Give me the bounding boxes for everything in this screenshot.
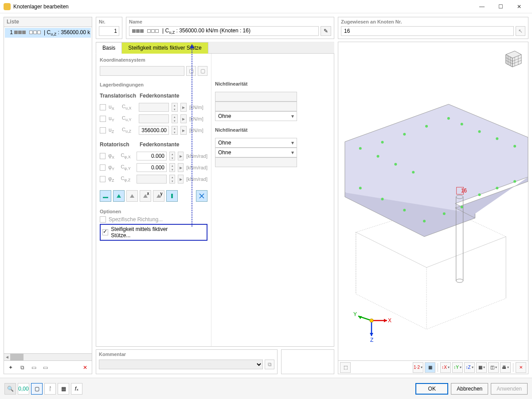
tool-button-2[interactable]: ▭ [40,363,50,372]
preset-icon-5[interactable]: y [153,190,164,202]
svg-point-25 [478,130,481,133]
vp-btn-reset[interactable]: ✕ [516,362,526,373]
node-number-label: 16 [461,188,467,194]
value-menu-button[interactable]: ▸ [178,163,184,172]
preset-icon-4[interactable]: x [140,190,151,202]
number-input[interactable] [99,26,119,36]
nonlinearity-select[interactable]: Ohne▾ [215,148,297,157]
bottom-icon-6[interactable]: fₓ [71,383,82,395]
svg-point-23 [513,145,516,148]
comment-select[interactable] [99,360,263,369]
assigned-input[interactable] [341,26,514,36]
tab-stiffness[interactable]: Steifigkeit mittels fiktiver Stütze [121,42,208,54]
delete-item-button[interactable]: ✕ [80,363,90,372]
vp-btn-numbering[interactable]: 1·2 [413,362,423,373]
support-checkbox[interactable] [100,153,106,159]
stiffness-column-label: Steifigkeit mittels fiktiver Stütze... [111,226,184,239]
apply-button[interactable]: Anwenden [491,383,528,395]
vp-btn-render[interactable]: ▦ [476,362,487,373]
spring-constant-input [137,175,167,184]
support-const: Cφ,X [121,153,134,159]
svg-point-13 [412,171,415,173]
ok-button[interactable]: OK [415,383,448,395]
svg-point-21 [496,187,498,189]
specific-direction-checkbox[interactable] [100,216,106,223]
bottom-icon-5[interactable]: ▦ [58,383,69,395]
stiffness-column-checkbox[interactable] [102,229,108,235]
support-var: uZ [109,127,119,134]
spinner: ▴▾ [172,114,178,123]
support-checkbox[interactable] [100,176,106,182]
svg-text:x: x [147,192,149,196]
comment-pick-button[interactable]: ⧉ [265,360,274,369]
maximize-button[interactable]: ☐ [491,0,510,13]
new-item-button[interactable]: ✦ [6,363,16,372]
spinner[interactable]: ▴▾ [172,126,178,135]
spring-constant-input [139,103,169,112]
comment-box: Kommentar ⧉ [96,349,278,374]
vp-btn-1[interactable]: ⬚ [340,362,351,373]
assigned-pick-button[interactable]: ↖ [516,26,525,36]
coord-pick-button-1[interactable]: ▢ [186,66,196,76]
support-const: Cu,Y [122,115,136,122]
name-display: | Cu,Z : 356000.00 kN/m (Knoten : 16) [129,26,319,36]
option-stiffness-column[interactable]: Steifigkeit mittels fiktiver Stütze... [102,226,184,239]
vp-btn-view[interactable]: ▦ [425,362,435,373]
tab-basis[interactable]: Basis [96,42,122,54]
viewport-3d[interactable]: 16 X Y Z [338,42,528,374]
unit-label: [kNm/rad] [186,176,207,182]
nonlinearity-select[interactable]: Ohne▾ [215,111,297,121]
tool-button-1[interactable]: ▭ [29,363,39,372]
coord-system-input[interactable] [100,66,184,76]
spring-constant-input[interactable] [139,126,169,135]
close-button[interactable]: ✕ [510,0,528,13]
edit-name-button[interactable]: ✎ [321,26,331,36]
svg-marker-2 [130,194,134,198]
list-h-scrollbar[interactable]: ◂ [4,353,92,360]
vp-btn-print[interactable]: 🖶 [500,362,511,373]
minimize-button[interactable]: — [473,0,491,13]
svg-point-28 [425,125,428,128]
support-checkbox[interactable] [100,116,106,122]
spinner[interactable]: ▴▾ [169,163,175,172]
support-checkbox[interactable] [100,104,106,110]
value-menu-button[interactable]: ▸ [178,152,184,160]
preset-icon-free[interactable] [196,190,207,202]
preset-icon-1[interactable] [100,190,111,202]
list-item[interactable]: 1 | Cu,Z : 356000.00 k [5,28,91,38]
view-cube[interactable] [501,47,524,69]
vp-btn-box[interactable]: ◫ [488,362,499,373]
bottom-icon-4[interactable]: ᛚ [44,383,56,395]
unit-label: [kNm/rad] [186,153,207,159]
spinner[interactable]: ▴▾ [169,152,175,160]
window-title: Knotenlager bearbeiten [13,4,473,10]
value-menu-button: ▸ [180,103,187,112]
copy-item-button[interactable]: ⧉ [17,363,27,372]
preset-icon-6[interactable] [166,190,178,202]
name-label: Name [126,17,334,24]
specific-direction-label: Spezifische Richtung... [109,216,163,223]
nonlinearity-select[interactable]: Ohne▾ [215,138,297,148]
vp-btn-y[interactable]: ↕Y [452,362,463,373]
bottom-icon-help[interactable]: 🔍 [4,383,16,395]
cancel-button[interactable]: Abbrechen [451,383,488,395]
spring-constant-input[interactable] [137,163,167,172]
support-checkbox[interactable] [100,164,106,171]
spring-constant-input[interactable] [137,152,167,160]
svg-point-34 [456,279,463,282]
trans-header: Translatorisch [100,93,140,99]
editor-panel: Nr. Name | Cu,Z : 356000.00 kN/m (Knoten… [96,17,334,374]
feder-header-2: Federkonstante [140,141,207,148]
list-body[interactable]: 1 | Cu,Z : 356000.00 k [4,27,92,353]
header-fields: Nr. Name | Cu,Z : 356000.00 kN/m (Knoten… [96,17,334,39]
list-header: Liste [4,17,92,27]
vp-btn-x[interactable]: ↕X [440,362,451,373]
bottom-icon-units[interactable]: 0,00 [18,383,29,395]
vp-btn-z[interactable]: ↕Z [464,362,475,373]
coord-pick-button-2[interactable]: ▢ [198,66,207,76]
value-menu-button[interactable]: ▸ [180,126,187,135]
preset-icon-2[interactable] [113,190,125,202]
bottom-icon-3[interactable]: ▢ [31,383,43,395]
preset-icon-3[interactable] [126,190,138,202]
support-checkbox[interactable] [100,127,106,133]
